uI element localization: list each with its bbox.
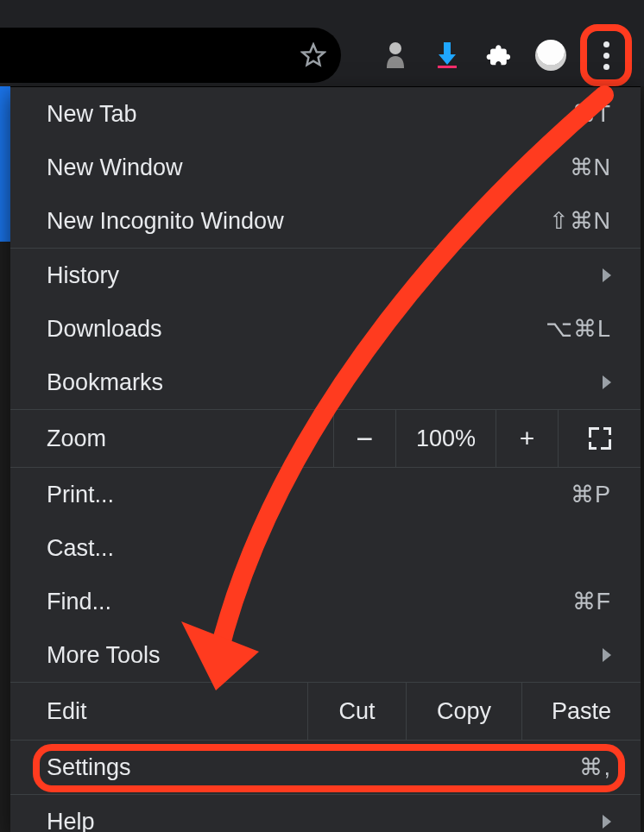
submenu-arrow-icon [603, 648, 611, 662]
omnibox[interactable] [0, 28, 341, 83]
svg-rect-2 [444, 42, 451, 54]
star-icon[interactable] [298, 40, 329, 71]
menu-item-shortcut: ⌥⌘L [546, 315, 611, 343]
edit-paste-button[interactable]: Paste [521, 683, 641, 740]
menu-item-label: Help [47, 809, 95, 833]
menu-item-more-tools[interactable]: More Tools [10, 628, 641, 682]
edit-copy-button[interactable]: Copy [406, 683, 521, 740]
extensions-icon[interactable] [483, 40, 515, 71]
menu-item-downloads[interactable]: Downloads ⌥⌘L [10, 302, 641, 356]
more-menu-icon [603, 41, 609, 70]
menu-item-new-incognito[interactable]: New Incognito Window ⇧⌘N [10, 194, 641, 248]
menu-item-bookmarks[interactable]: Bookmarks [10, 356, 641, 409]
account-icon[interactable] [380, 40, 411, 71]
menu-item-history[interactable]: History [10, 249, 641, 302]
menu-item-find[interactable]: Find... ⌘F [10, 575, 641, 628]
browser-toolbar [0, 0, 644, 86]
menu-item-label: New Window [47, 154, 183, 181]
chrome-menu: New Tab ⌘T New Window ⌘N New Incognito W… [10, 86, 641, 832]
menu-item-label: Find... [47, 589, 111, 615]
menu-item-label: Print... [47, 482, 114, 508]
submenu-arrow-icon [603, 815, 611, 829]
menu-item-shortcut: ⇧⌘N [549, 207, 612, 235]
menu-item-label: Downloads [47, 316, 162, 343]
menu-item-cast[interactable]: Cast... [10, 521, 641, 575]
menu-item-shortcut: ⌘N [570, 154, 612, 181]
zoom-out-button[interactable]: − [333, 410, 395, 467]
submenu-arrow-icon [603, 268, 611, 282]
svg-marker-0 [303, 45, 325, 66]
menu-item-label: History [47, 262, 119, 289]
menu-item-shortcut: ⌘, [579, 753, 611, 781]
downloads-icon[interactable] [432, 40, 463, 71]
zoom-label: Zoom [10, 425, 333, 452]
menu-item-edit: Edit Cut Copy Paste [10, 683, 641, 740]
svg-point-1 [389, 42, 401, 54]
edit-label: Edit [10, 698, 307, 725]
page-content-strip [0, 86, 10, 242]
menu-item-shortcut: ⌘F [572, 588, 612, 615]
menu-item-new-tab[interactable]: New Tab ⌘T [10, 87, 641, 141]
menu-item-label: Settings [47, 754, 131, 781]
more-menu-button[interactable] [587, 31, 625, 79]
menu-item-new-window[interactable]: New Window ⌘N [10, 141, 641, 194]
svg-marker-3 [439, 54, 456, 65]
menu-item-settings[interactable]: Settings ⌘, [10, 741, 641, 794]
submenu-arrow-icon [603, 375, 611, 389]
menu-item-label: Bookmarks [47, 369, 163, 396]
profile-avatar[interactable] [535, 40, 566, 71]
menu-item-label: More Tools [47, 642, 161, 669]
menu-item-zoom: Zoom − 100% + [10, 410, 641, 467]
svg-rect-4 [438, 66, 457, 68]
menu-item-shortcut: ⌘T [572, 100, 612, 128]
fullscreen-icon [589, 427, 611, 450]
menu-item-help[interactable]: Help [10, 795, 641, 832]
menu-item-label: New Tab [47, 101, 137, 128]
zoom-level: 100% [395, 410, 496, 467]
menu-item-shortcut: ⌘P [571, 481, 611, 508]
fullscreen-button[interactable] [558, 410, 641, 467]
menu-item-label: New Incognito Window [47, 208, 284, 235]
menu-item-print[interactable]: Print... ⌘P [10, 468, 641, 521]
zoom-in-button[interactable]: + [496, 410, 558, 467]
edit-cut-button[interactable]: Cut [307, 683, 406, 740]
menu-item-label: Cast... [47, 535, 114, 562]
